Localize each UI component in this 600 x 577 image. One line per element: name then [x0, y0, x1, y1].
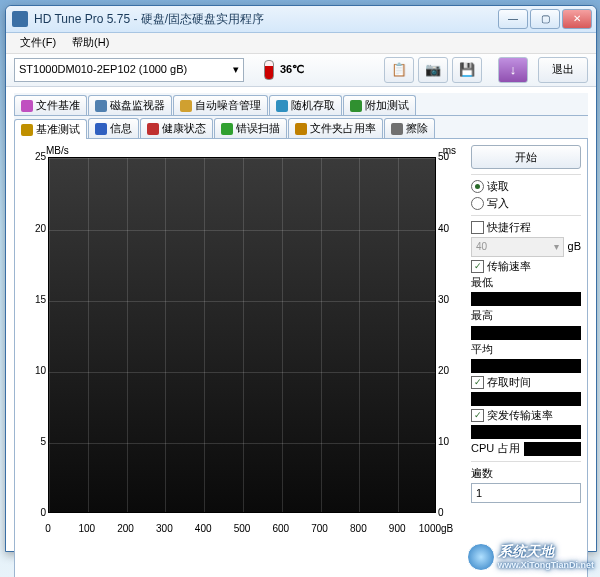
x-tick: 200: [117, 523, 134, 535]
cpu-label: CPU: [471, 442, 494, 455]
x-tick: 800: [350, 523, 367, 535]
tab-健康状态[interactable]: 健康状态: [140, 118, 213, 138]
menubar: 文件(F) 帮助(H): [6, 33, 596, 54]
avg-label: 平均: [471, 343, 581, 356]
check-icon: [471, 409, 484, 422]
check-icon: [471, 260, 484, 273]
tab-icon: [21, 124, 33, 136]
tab-擦除[interactable]: 擦除: [384, 118, 435, 138]
tab-icon: [295, 123, 307, 135]
toolbar: ST1000DM010-2EP102 (1000 gB) ▾ 36℃ 📋 📷 💾…: [6, 54, 596, 87]
x-tick: 900: [389, 523, 406, 535]
avg-value: [471, 359, 581, 373]
short-stroke-check[interactable]: 快捷行程: [471, 221, 581, 234]
passes-spinner[interactable]: 1: [471, 483, 581, 503]
options-button[interactable]: ↓: [498, 57, 528, 83]
benchmark-chart: MB/sms0510152025010203040500100200300400…: [15, 139, 469, 577]
watermark: 系统天地 www.XiTongTianDi.net: [467, 543, 594, 571]
y-tick-left: 25: [22, 151, 46, 163]
radio-icon: [471, 197, 484, 210]
copy-button[interactable]: 📋: [384, 57, 414, 83]
screenshot-button[interactable]: 📷: [418, 57, 448, 83]
y-tick-right: 0: [438, 507, 462, 519]
x-tick: 500: [234, 523, 251, 535]
tab-随机存取[interactable]: 随机存取: [269, 95, 342, 115]
mode-read[interactable]: 读取: [471, 180, 581, 193]
gb-unit: gB: [568, 240, 581, 253]
tab-文件夹占用率[interactable]: 文件夹占用率: [288, 118, 383, 138]
transfer-rate-check[interactable]: 传输速率: [471, 260, 581, 273]
exit-button[interactable]: 退出: [538, 57, 588, 83]
radio-icon: [471, 180, 484, 193]
tab-label: 基准测试: [36, 123, 80, 136]
max-value: [471, 326, 581, 340]
drive-selector[interactable]: ST1000DM010-2EP102 (1000 gB) ▾: [14, 58, 244, 82]
x-tick: 1000gB: [419, 523, 453, 535]
y-tick-left: 20: [22, 223, 46, 235]
menu-file[interactable]: 文件(F): [12, 34, 64, 51]
tab-icon: [350, 100, 362, 112]
burst-rate-check[interactable]: 突发传输速率: [471, 409, 581, 422]
y-tick-right: 10: [438, 436, 462, 448]
side-panel: 开始 读取 写入 快捷行程 40▾ gB 传输速率 最低 最高 平均 存取时间 …: [469, 139, 587, 577]
check-icon: [471, 376, 484, 389]
tab-信息[interactable]: 信息: [88, 118, 139, 138]
y-tick-right: 50: [438, 151, 462, 163]
tab-label: 文件夹占用率: [310, 122, 376, 135]
temperature-value: 36℃: [280, 63, 304, 76]
y-tick-left: 0: [22, 507, 46, 519]
y-tick-left: 5: [22, 436, 46, 448]
check-icon: [471, 221, 484, 234]
tab-基准测试[interactable]: 基准测试: [14, 119, 87, 139]
menu-help[interactable]: 帮助(H): [64, 34, 117, 51]
tab-label: 健康状态: [162, 122, 206, 135]
watermark-logo-icon: [467, 543, 495, 571]
min-label: 最低: [471, 276, 581, 289]
titlebar: HD Tune Pro 5.75 - 硬盘/固态硬盘实用程序 — ▢ ✕: [6, 6, 596, 33]
access-time-check[interactable]: 存取时间: [471, 376, 581, 389]
tab-icon: [391, 123, 403, 135]
tab-icon: [221, 123, 233, 135]
tab-row-lower: 基准测试信息健康状态错误扫描文件夹占用率擦除: [14, 116, 588, 139]
drive-selector-value: ST1000DM010-2EP102 (1000 gB): [19, 63, 187, 76]
x-tick: 0: [45, 523, 51, 535]
x-tick: 700: [311, 523, 328, 535]
x-tick: 600: [272, 523, 289, 535]
tab-icon: [276, 100, 288, 112]
min-value: [471, 292, 581, 306]
tab-自动噪音管理[interactable]: 自动噪音管理: [173, 95, 268, 115]
tab-icon: [180, 100, 192, 112]
start-button[interactable]: 开始: [471, 145, 581, 169]
watermark-text: 系统天地: [498, 543, 594, 560]
cpu-value: [524, 442, 581, 456]
cpu-usage-label: 占用: [498, 442, 520, 455]
y-tick-right: 40: [438, 223, 462, 235]
tab-错误扫描[interactable]: 错误扫描: [214, 118, 287, 138]
max-label: 最高: [471, 309, 581, 322]
tab-icon: [21, 100, 33, 112]
tab-label: 随机存取: [291, 99, 335, 112]
minimize-button[interactable]: —: [498, 9, 528, 29]
tab-文件基准[interactable]: 文件基准: [14, 95, 87, 115]
tab-附加测试[interactable]: 附加测试: [343, 95, 416, 115]
app-icon: [12, 11, 28, 27]
tab-label: 磁盘监视器: [110, 99, 165, 112]
burst-rate-value: [471, 425, 581, 439]
close-button[interactable]: ✕: [562, 9, 592, 29]
maximize-button[interactable]: ▢: [530, 9, 560, 29]
y-tick-left: 10: [22, 365, 46, 377]
save-button[interactable]: 💾: [452, 57, 482, 83]
tab-磁盘监视器[interactable]: 磁盘监视器: [88, 95, 172, 115]
tab-icon: [95, 100, 107, 112]
access-time-value: [471, 392, 581, 406]
tab-label: 附加测试: [365, 99, 409, 112]
y-tick-left: 15: [22, 294, 46, 306]
y-tick-right: 20: [438, 365, 462, 377]
temperature-display: 36℃: [264, 60, 304, 80]
passes-label: 遍数: [471, 467, 581, 480]
mode-write[interactable]: 写入: [471, 197, 581, 210]
short-stroke-value: 40▾: [471, 237, 564, 257]
tab-label: 文件基准: [36, 99, 80, 112]
dropdown-icon: ▾: [233, 63, 239, 76]
tab-icon: [95, 123, 107, 135]
